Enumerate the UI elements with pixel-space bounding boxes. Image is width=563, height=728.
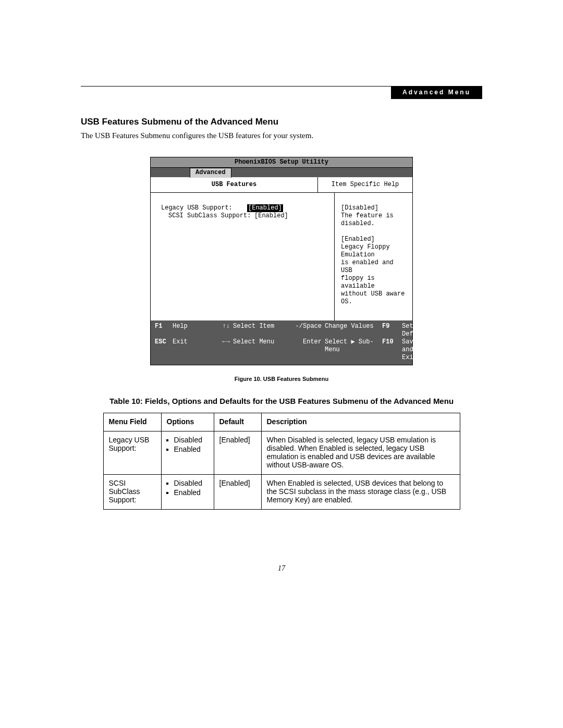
option-item: Enabled xyxy=(174,445,209,453)
page-number: 17 xyxy=(0,564,563,573)
cell-default: [Enabled] xyxy=(214,475,261,510)
leftright-icon: ←→ xyxy=(199,338,233,362)
table-caption: Table 10: Fields, Options and Defaults f… xyxy=(81,397,482,405)
bios-left-header: USB Features xyxy=(151,177,318,193)
cell-options: Disabled Enabled xyxy=(161,431,214,475)
updown-icon: ↑↓ xyxy=(199,323,233,338)
th-menu-field: Menu Field xyxy=(103,413,161,431)
figure-caption: Figure 10. USB Features Submenu xyxy=(81,376,482,382)
help-disabled-desc: The feature is disabled. xyxy=(341,212,406,228)
bios-column-headers: USB Features Item Specific Help xyxy=(151,177,412,193)
bios-setting-label: SCSI SubClass Support: xyxy=(161,212,254,220)
bios-screenshot: PhoenixBIOS Setup Utility Advanced USB F… xyxy=(150,157,413,365)
option-item: Disabled xyxy=(174,479,209,487)
help-enabled-desc: without USB aware OS. xyxy=(341,290,406,306)
cell-description: When Disabled is selected, legacy USB em… xyxy=(261,431,460,475)
footer-change-values: Change Values xyxy=(325,323,382,338)
bios-setting-value[interactable]: [Enabled] xyxy=(254,212,288,220)
cell-menu-field: SCSI SubClass Support: xyxy=(103,475,161,510)
cell-description: When Enabled is selected, USB devices th… xyxy=(261,475,460,510)
bios-setting-value-selected[interactable]: [Enabled] xyxy=(247,204,283,212)
footer-save-exit: Save and Exit xyxy=(402,338,417,362)
footer-key-f10: F10 xyxy=(382,338,402,362)
th-options: Options xyxy=(161,413,214,431)
bios-settings-pane: Legacy USB Support: [Enabled] SCSI SubCl… xyxy=(151,193,335,320)
page-content: Advanced Menu USB Features Submenu of th… xyxy=(81,86,482,510)
footer-action-help: Help xyxy=(173,323,199,338)
help-enabled-desc: floppy is available xyxy=(341,275,406,290)
footer-key-enter: Enter xyxy=(290,338,325,362)
cell-options: Disabled Enabled xyxy=(161,475,214,510)
fields-table: Menu Field Options Default Description L… xyxy=(103,413,460,510)
option-item: Disabled xyxy=(174,436,209,444)
footer-select-menu: Select Menu xyxy=(233,338,290,362)
breadcrumb: Advanced Menu xyxy=(391,86,482,99)
footer-key-esc: ESC xyxy=(155,338,173,362)
intro-text: The USB Features Submenu configures the … xyxy=(81,131,482,140)
bios-tab-bar: Advanced xyxy=(151,168,412,177)
footer-key-f9: F9 xyxy=(382,323,402,338)
cell-default: [Enabled] xyxy=(214,431,261,475)
help-disabled-label: [Disabled] xyxy=(341,204,406,212)
bios-setting-row[interactable]: Legacy USB Support: [Enabled] xyxy=(161,204,328,212)
help-enabled-desc: Legacy Floppy Emulation xyxy=(341,243,406,259)
bios-help-pane: [Disabled] The feature is disabled. [Ena… xyxy=(335,193,412,320)
footer-action-exit: Exit xyxy=(173,338,199,362)
help-enabled-desc: is enabled and USB xyxy=(341,259,406,275)
section-title: USB Features Submenu of the Advanced Men… xyxy=(81,117,482,127)
footer-select-submenu: Select ▶ Sub-Menu xyxy=(325,338,382,362)
tab-advanced[interactable]: Advanced xyxy=(190,168,231,178)
bios-setting-row[interactable]: SCSI SubClass Support: [Enabled] xyxy=(161,212,328,220)
footer-setup-defaults: Setup Defaults xyxy=(402,323,432,338)
bios-title: PhoenixBIOS Setup Utility xyxy=(151,157,412,168)
footer-select-item: Select Item xyxy=(233,323,290,338)
bios-right-header: Item Specific Help xyxy=(318,177,412,193)
help-enabled-label: [Enabled] xyxy=(341,236,406,243)
bios-setting-label: Legacy USB Support: xyxy=(161,204,247,212)
footer-key-f1: F1 xyxy=(155,323,173,338)
th-default: Default xyxy=(214,413,261,431)
option-item: Enabled xyxy=(174,488,209,497)
table-header-row: Menu Field Options Default Description xyxy=(103,413,460,431)
th-description: Description xyxy=(261,413,460,431)
cell-menu-field: Legacy USB Support: xyxy=(103,431,161,475)
table-row: Legacy USB Support: Disabled Enabled [En… xyxy=(103,431,460,475)
table-row: SCSI SubClass Support: Disabled Enabled … xyxy=(103,475,460,510)
bios-footer: F1 Help ↑↓ Select Item -/Space Change Va… xyxy=(151,320,412,365)
footer-key-space: -/Space xyxy=(290,323,325,338)
